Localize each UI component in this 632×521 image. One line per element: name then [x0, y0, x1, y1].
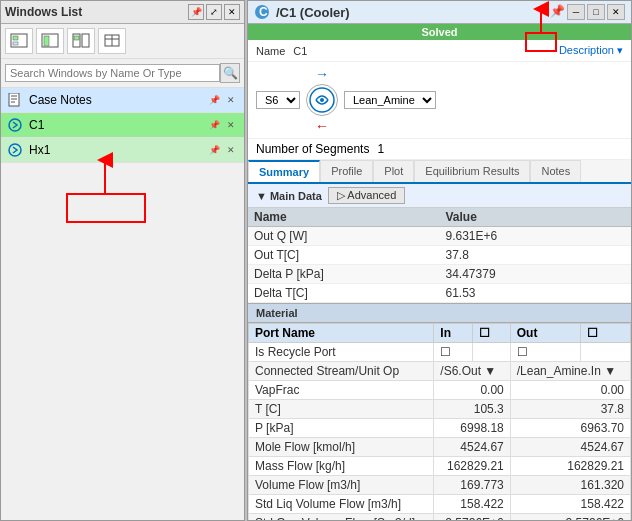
col-name-header: Name: [248, 208, 440, 226]
moleflow-in: 4524.67: [434, 438, 510, 457]
svg-rect-4: [44, 36, 49, 46]
data-row-outq: Out Q [W] 9.631E+6: [248, 227, 631, 246]
window-item-case-notes[interactable]: Case Notes 📌 ✕: [1, 88, 244, 113]
material-row-moleflow: Mole Flow [kmol/h] 4524.67 4524.67: [249, 438, 631, 457]
advanced-button[interactable]: ▷ Advanced: [328, 187, 405, 204]
deltap-name: Delta P [kPa]: [248, 265, 440, 283]
segments-value: 1: [377, 142, 384, 156]
recycle-out: ☐: [510, 343, 580, 362]
stream-row: S6 → ← Lean_Amine: [248, 62, 631, 139]
tab-profile[interactable]: Profile: [320, 160, 373, 182]
stdliqvol-out: 158.422: [510, 495, 630, 514]
c1-pin-btn[interactable]: 📌: [207, 118, 221, 132]
pressure-label: P [kPa]: [249, 419, 434, 438]
window-item-c1[interactable]: C1 📌 ✕: [1, 113, 244, 138]
main-win-controls: 📌 ─ □ ✕: [550, 4, 625, 20]
panel-pin-btn[interactable]: 📌: [188, 4, 204, 20]
temp-label: T [C]: [249, 400, 434, 419]
panel-float-btn[interactable]: ⤢: [206, 4, 222, 20]
arrow-left-icon: ←: [315, 118, 329, 134]
status-bar: Solved: [248, 24, 631, 40]
material-col-out: Out: [510, 324, 580, 343]
toolbar-btn-2[interactable]: [36, 28, 64, 54]
panel-titlebar: Windows List 📌 ⤢ ✕: [1, 1, 244, 24]
case-notes-icon: [7, 92, 23, 108]
segments-label: Number of Segments: [256, 142, 369, 156]
description-link[interactable]: Description ▾: [559, 44, 623, 57]
main-data-table: Name Value Out Q [W] 9.631E+6 Out T[C] 3…: [248, 208, 631, 303]
case-notes-label: Case Notes: [29, 93, 207, 107]
c1-close-btn[interactable]: ✕: [224, 118, 238, 132]
vapfrac-label: VapFrac: [249, 381, 434, 400]
panel-close-btn[interactable]: ✕: [224, 4, 240, 20]
stdgasvol-label: Std Gas Volume Flow [Sm3/d]: [249, 514, 434, 521]
material-col-in: In: [434, 324, 472, 343]
material-row-recycle: Is Recycle Port ☐ ☐: [249, 343, 631, 362]
svg-rect-2: [13, 42, 18, 45]
name-value: C1: [293, 45, 307, 57]
recycle-in: ☐: [434, 343, 472, 362]
search-bar: 🔍: [1, 59, 244, 88]
close-main-btn[interactable]: ✕: [607, 4, 625, 20]
outt-value: 37.8: [440, 246, 632, 264]
svg-rect-6: [82, 34, 89, 47]
panel-title: Windows List: [5, 5, 82, 19]
vapfrac-out: 0.00: [510, 381, 630, 400]
main-data-title: ▼ Main Data: [256, 190, 322, 202]
tabs-row: Summary Profile Plot Equilibrium Results…: [248, 160, 631, 184]
toolbar-btn-4[interactable]: [98, 28, 126, 54]
outt-name: Out T[C]: [248, 246, 440, 264]
deltap-value: 34.47379: [440, 265, 632, 283]
case-notes-close-btn[interactable]: ✕: [224, 93, 238, 107]
tab-summary[interactable]: Summary: [248, 160, 320, 182]
hx1-label: Hx1: [29, 143, 207, 157]
material-table: Port Name In ☐ Out ☐ Is Recycle Port ☐ ☐…: [248, 323, 631, 520]
material-col-out-check: ☐: [580, 324, 630, 343]
pressure-in: 6998.18: [434, 419, 510, 438]
moleflow-label: Mole Flow [kmol/h]: [249, 438, 434, 457]
segments-row: Number of Segments 1: [248, 139, 631, 160]
deltat-value: 61.53: [440, 284, 632, 302]
arrow-right-icon: →: [315, 66, 329, 82]
svg-point-26: [320, 98, 324, 102]
stdliqvol-label: Std Liq Volume Flow [m3/h]: [249, 495, 434, 514]
hx1-pin-btn[interactable]: 📌: [207, 143, 221, 157]
tab-equilibrium[interactable]: Equilibrium Results: [414, 160, 530, 182]
material-header: Material: [248, 303, 631, 323]
temp-in: 105.3: [434, 400, 510, 419]
titlebar-pin[interactable]: 📌: [550, 4, 565, 20]
search-button[interactable]: 🔍: [220, 63, 240, 83]
content-area: ▼ Main Data ▷ Advanced Name Value Out Q …: [248, 184, 631, 520]
toolbar-btn-1[interactable]: [5, 28, 33, 54]
material-col-in-check: ☐: [472, 324, 510, 343]
recycle-in-extra: [472, 343, 510, 362]
tab-plot[interactable]: Plot: [373, 160, 414, 182]
material-col-portname: Port Name: [249, 324, 434, 343]
window-item-hx1[interactable]: Hx1 📌 ✕: [1, 138, 244, 163]
material-row-vapfrac: VapFrac 0.00 0.00: [249, 381, 631, 400]
windows-list-panel: Windows List 📌 ⤢ ✕: [0, 0, 245, 521]
main-data-header: ▼ Main Data ▷ Advanced: [248, 184, 631, 208]
outq-name: Out Q [W]: [248, 227, 440, 245]
outlet-stream-select[interactable]: Lean_Amine: [344, 91, 436, 109]
tab-notes[interactable]: Notes: [530, 160, 581, 182]
case-notes-pin-btn[interactable]: 📌: [207, 93, 221, 107]
unit-process-icon: [306, 84, 338, 116]
minimize-btn[interactable]: ─: [567, 4, 585, 20]
svg-rect-1: [13, 36, 18, 40]
windows-items-list: Case Notes 📌 ✕ C1 📌 ✕: [1, 88, 244, 520]
maximize-btn[interactable]: □: [587, 4, 605, 20]
recycle-out-extra: [580, 343, 630, 362]
toolbar-btn-3[interactable]: [67, 28, 95, 54]
svg-rect-7: [74, 36, 79, 40]
hx1-icon: [7, 142, 23, 158]
svg-text:C: C: [259, 5, 268, 19]
hx1-close-btn[interactable]: ✕: [224, 143, 238, 157]
panel-toolbar: [1, 24, 244, 59]
data-row-deltap: Delta P [kPa] 34.47379: [248, 265, 631, 284]
temp-out: 37.8: [510, 400, 630, 419]
massflow-out: 162829.21: [510, 457, 630, 476]
inlet-stream-select[interactable]: S6: [256, 91, 300, 109]
search-input[interactable]: [5, 64, 220, 82]
moleflow-out: 4524.67: [510, 438, 630, 457]
